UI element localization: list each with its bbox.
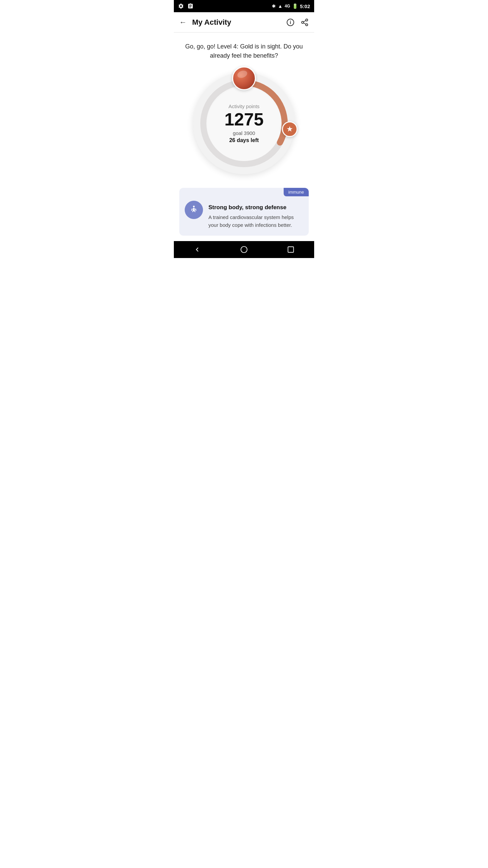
star-icon: ★: [286, 125, 293, 134]
clipboard-icon: [187, 3, 194, 9]
svg-line-6: [304, 23, 306, 24]
info-card-tag: immune: [284, 188, 309, 196]
back-button[interactable]: ←: [179, 18, 187, 27]
activity-points-value: 1275: [224, 111, 264, 128]
nav-back-button[interactable]: [189, 243, 206, 256]
share-button[interactable]: [301, 18, 309, 26]
svg-point-10: [193, 206, 195, 208]
app-bar: ← My Activity: [174, 12, 314, 33]
nav-home-button[interactable]: [236, 243, 252, 256]
motivation-text: Go, go, go! Level 4: Gold is in sight. D…: [174, 33, 314, 66]
status-left-icons: [178, 3, 194, 9]
info-card-icon: [185, 201, 203, 219]
info-card-description: A trained cardiovascular system helps yo…: [208, 214, 303, 229]
svg-rect-12: [288, 247, 294, 253]
activity-ring-section: ★ Activity points 1275 goal 3900 26 days…: [174, 66, 314, 184]
bluetooth-icon: ✱: [272, 3, 276, 9]
activity-goal: goal 3900: [224, 130, 264, 136]
svg-point-11: [241, 246, 247, 253]
info-card: immune Strong body, strong defense A tra…: [179, 188, 309, 236]
page-title: My Activity: [192, 18, 286, 27]
info-card-title: Strong body, strong defense: [208, 204, 303, 211]
time-display: 5:02: [300, 3, 310, 9]
star-badge: ★: [282, 121, 298, 137]
status-bar: ✱ ▲ 4G 🔋 5:02: [174, 0, 314, 12]
app-bar-actions: [286, 18, 309, 26]
battery-icon: 🔋: [292, 3, 298, 9]
info-card-content: Strong body, strong defense A trained ca…: [208, 195, 303, 229]
4g-label: 4G: [285, 4, 290, 8]
status-right-icons: ✱ ▲ 4G 🔋 5:02: [272, 3, 310, 9]
settings-icon: [178, 3, 184, 9]
activity-points-label: Activity points: [224, 103, 264, 109]
svg-point-5: [306, 24, 308, 26]
svg-point-4: [302, 21, 304, 23]
level-badge-gem: [232, 66, 256, 90]
svg-point-3: [306, 19, 308, 21]
info-button[interactable]: [286, 18, 294, 26]
svg-line-7: [304, 20, 306, 22]
activity-ring: ★ Activity points 1275 goal 3900 26 days…: [193, 73, 295, 174]
signal-icon: ▲: [278, 3, 283, 9]
days-left: 26 days left: [224, 137, 264, 143]
person-activity-icon: [189, 205, 199, 215]
nav-recent-button[interactable]: [282, 243, 299, 256]
bottom-nav: [174, 241, 314, 258]
ring-center-content: Activity points 1275 goal 3900 26 days l…: [224, 103, 264, 143]
